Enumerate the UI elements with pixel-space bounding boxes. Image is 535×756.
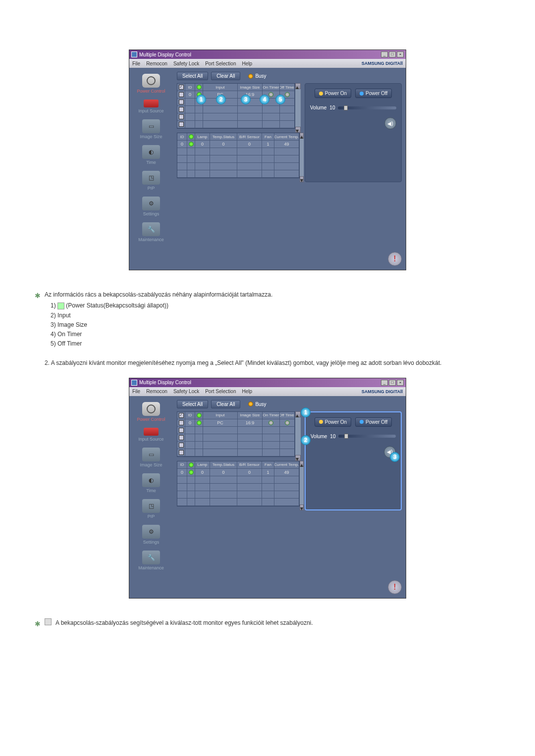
poweroff-icon — [360, 92, 364, 96]
power-on-button[interactable]: Power On — [315, 417, 351, 427]
menu-file[interactable]: File — [132, 389, 140, 394]
alert-icon: ! — [388, 252, 402, 266]
sidebar-maintenance[interactable]: 🔧Maintenance — [131, 220, 171, 244]
statusbar: ! — [129, 576, 406, 598]
menu-file[interactable]: File — [132, 61, 140, 66]
close-button[interactable]: × — [397, 380, 404, 386]
menu-remocon[interactable]: Remocon — [146, 389, 167, 394]
scrollbar[interactable]: ▴▾ — [295, 83, 301, 133]
sidebar-input-source[interactable]: Input Source — [131, 98, 171, 115]
table-row[interactable] — [177, 449, 295, 456]
scrollbar[interactable]: ▴▾ — [295, 411, 301, 461]
speaker-icon[interactable]: ◀) — [384, 117, 396, 129]
sidebar-input-source[interactable]: Input Source — [131, 426, 171, 444]
settings-icon: ⚙ — [142, 197, 160, 210]
window-title: Multiple Display Control — [139, 52, 191, 57]
titlebar: Multiple Display Control _ □ × — [129, 378, 406, 387]
sidebar-time[interactable]: ◐Time — [131, 143, 171, 167]
table-row[interactable] — [177, 434, 295, 442]
clear-all-button[interactable]: Clear All — [211, 72, 240, 80]
volume-label: Volume — [311, 434, 327, 439]
menu-help[interactable]: Help — [242, 389, 252, 394]
sidebar-settings[interactable]: ⚙Settings — [131, 523, 171, 547]
sidebar-power-control[interactable]: Power Control — [131, 400, 171, 424]
maximize-button[interactable]: □ — [389, 380, 396, 386]
menu-port-selection[interactable]: Port Selection — [205, 389, 236, 394]
sidebar-image-size[interactable]: ▭Image Size — [131, 446, 171, 469]
close-button[interactable]: × — [397, 51, 404, 57]
menubar: File Remocon Safety Lock Port Selection … — [129, 387, 406, 396]
table-row[interactable] — [177, 442, 295, 449]
row-checkbox[interactable] — [179, 420, 184, 425]
sidebar-settings[interactable]: ⚙Settings — [131, 195, 171, 218]
table-row[interactable] — [177, 121, 295, 128]
volume-slider[interactable] — [338, 106, 396, 109]
sidebar: Power Control Input Source ▭Image Size ◐… — [129, 396, 173, 576]
table-row[interactable]: 0 0 0 0 1 49 — [177, 469, 299, 476]
ontimer-icon — [268, 92, 273, 97]
offtimer-icon — [285, 92, 290, 97]
minimize-button[interactable]: _ — [381, 380, 388, 386]
table-row[interactable] — [177, 491, 299, 499]
menu-safety-lock[interactable]: Safety Lock — [173, 389, 199, 394]
sidebar-time[interactable]: ◐Time — [131, 471, 171, 495]
busy-label: Busy — [255, 73, 266, 79]
table-row[interactable] — [177, 106, 295, 113]
sidebar-maintenance[interactable]: 🔧Maintenance — [131, 549, 171, 572]
sidebar-pip[interactable]: ◳PIP — [131, 497, 171, 521]
header-checkbox[interactable] — [179, 413, 184, 418]
power-on-button[interactable]: Power On — [315, 89, 351, 98]
power-off-button[interactable]: Power Off — [355, 89, 392, 98]
menubar: File Remocon Safety Lock Port Selection … — [129, 59, 406, 68]
table-row[interactable] — [177, 170, 299, 178]
table-row[interactable] — [177, 163, 299, 170]
sidebar-pip[interactable]: ◳PIP — [131, 169, 171, 193]
clear-all-button[interactable]: Clear All — [211, 400, 240, 408]
sidebar-image-size[interactable]: ▭Image Size — [131, 117, 171, 141]
table-row[interactable] — [177, 427, 295, 434]
alert-icon: ! — [388, 580, 402, 594]
menu-safety-lock[interactable]: Safety Lock — [173, 61, 199, 66]
checkbox-icon — [45, 618, 52, 625]
row-checkbox[interactable] — [179, 92, 184, 97]
header-checkbox[interactable] — [179, 85, 184, 90]
minimize-button[interactable]: _ — [381, 51, 388, 57]
info-grid-2: ID Lamp Temp.Status B/R Sensor Fan Curre… — [177, 133, 300, 178]
power-off-button[interactable]: Power Off — [355, 417, 392, 427]
time-icon: ◐ — [142, 145, 160, 159]
table-row[interactable] — [177, 499, 299, 506]
table-row[interactable] — [177, 155, 299, 163]
power-icon — [142, 74, 160, 88]
scrollbar[interactable]: ▴▾ — [300, 133, 304, 182]
table-row[interactable] — [177, 476, 299, 484]
marker-3: 3 — [241, 95, 251, 104]
table-row[interactable] — [177, 113, 295, 121]
menu-help[interactable]: Help — [242, 61, 252, 66]
table-row[interactable]: 0 PC 16:9 — [177, 419, 295, 427]
doc-p1: Az információs rács a bekapcsolás-szabál… — [45, 290, 272, 300]
sidebar: Power Control Input Source ▭Image Size ◐… — [129, 68, 173, 248]
menu-remocon[interactable]: Remocon — [146, 61, 167, 66]
select-all-button[interactable]: Select All — [177, 400, 208, 408]
table-row[interactable] — [177, 148, 299, 155]
table-row[interactable] — [177, 484, 299, 491]
select-all-button[interactable]: Select All — [177, 72, 208, 80]
table-row[interactable]: 0 0 0 0 1 49 — [177, 141, 299, 148]
menu-port-selection[interactable]: Port Selection — [205, 61, 236, 66]
sidebar-power-control[interactable]: Power Control — [131, 72, 171, 96]
maximize-button[interactable]: □ — [389, 51, 396, 57]
marker-2: 2 — [301, 435, 311, 445]
titlebar: Multiple Display Control _ □ × — [129, 50, 406, 59]
brand-label: SAMSUNG DIGITAll — [362, 61, 403, 66]
marker-1: 1 — [301, 407, 311, 417]
doc-p3: A bekapcsolás-szabályozás segítségével a… — [55, 618, 313, 628]
pip-icon: ◳ — [142, 499, 160, 513]
app-icon — [131, 51, 137, 57]
screenshot-1: Multiple Display Control _ □ × File Remo… — [129, 50, 406, 270]
doc-p2: 2. A szabályozni kívánt monitor megjelen… — [45, 358, 500, 368]
remote-icon — [144, 428, 159, 436]
scrollbar[interactable]: ▴▾ — [300, 461, 304, 510]
volume-slider[interactable] — [338, 435, 396, 438]
maintenance-icon: 🔧 — [142, 551, 160, 564]
marker-1: 1 — [196, 95, 206, 104]
